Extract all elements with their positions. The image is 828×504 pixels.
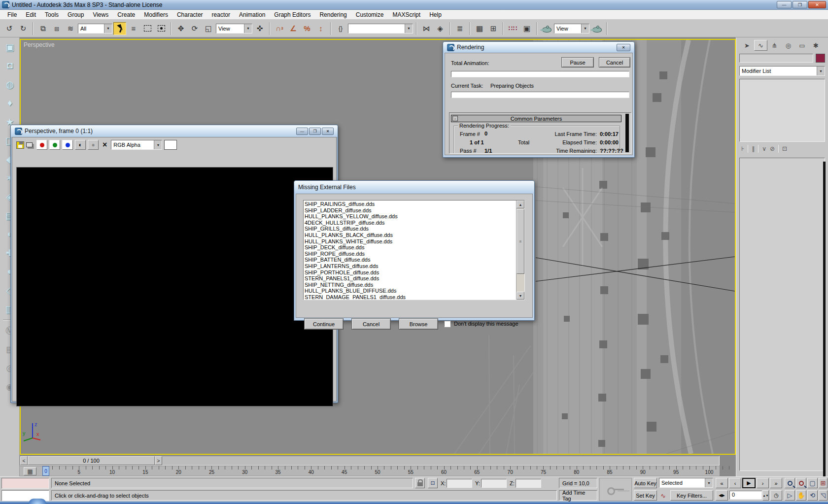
- modifier-list-combo[interactable]: Modifier List ▼: [739, 66, 825, 76]
- blue-channel-button[interactable]: [62, 140, 73, 150]
- object-name-field[interactable]: [739, 54, 813, 63]
- angle-snap-icon[interactable]: ∠: [287, 22, 300, 35]
- add-time-tag-field[interactable]: Add Time Tag: [559, 490, 597, 501]
- arc-rotate-button[interactable]: ⟲: [807, 490, 818, 501]
- align-icon[interactable]: ◈: [434, 22, 447, 35]
- render-last-icon[interactable]: [590, 22, 603, 35]
- select-and-move-icon[interactable]: ✥: [174, 22, 187, 35]
- key-mode-combo[interactable]: Selected ▼: [659, 478, 713, 488]
- key-mode-toggle[interactable]: ◀▶: [716, 490, 728, 501]
- y-coordinate-field[interactable]: [481, 479, 507, 488]
- select-and-scale-icon[interactable]: ◱: [202, 22, 215, 35]
- file-list-item[interactable]: HULL_PLANKS_BLACK_diffuse.dds: [305, 232, 516, 238]
- menu-item[interactable]: Tools: [40, 10, 63, 19]
- curve-editor-icon[interactable]: ▦: [473, 22, 486, 35]
- menu-item[interactable]: Customize: [351, 10, 388, 19]
- list-scrollbar[interactable]: ▲ ≡ ▼: [516, 201, 524, 300]
- auto-key-button[interactable]: Auto Key: [634, 478, 657, 488]
- previous-frame-arrow[interactable]: <: [20, 456, 28, 465]
- maximize-viewport-button[interactable]: ◹: [819, 490, 828, 501]
- mirror-icon[interactable]: ⋈: [420, 22, 433, 35]
- file-list-item[interactable]: SHIP_LADDER_diffuse.dds: [305, 207, 516, 214]
- chevron-down-icon[interactable]: ▼: [405, 24, 413, 33]
- green-channel-button[interactable]: [49, 140, 60, 150]
- zoom-button[interactable]: [785, 478, 795, 488]
- spinner-snap-icon[interactable]: ↕: [314, 22, 327, 35]
- selection-filter-combo[interactable]: All ▼: [78, 24, 112, 34]
- percent-snap-icon[interactable]: %: [301, 22, 313, 35]
- tab-motion-icon[interactable]: ◎: [782, 40, 795, 51]
- restore-button[interactable]: ❐: [793, 1, 807, 8]
- previous-frame-button[interactable]: ‹: [729, 478, 741, 488]
- save-bitmap-icon[interactable]: [16, 141, 24, 149]
- unlink-selection-icon[interactable]: ⧈: [50, 22, 63, 35]
- common-parameters-rollout[interactable]: - Common Parameters: [451, 115, 621, 122]
- zoom-extents-button[interactable]: ▢: [807, 478, 818, 488]
- dont-display-checkbox[interactable]: [444, 321, 450, 327]
- current-frame-field[interactable]: 0: [729, 491, 762, 500]
- bind-to-spacewarp-icon[interactable]: ≋: [64, 22, 77, 35]
- go-to-start-button[interactable]: «: [716, 478, 728, 488]
- show-end-result-icon[interactable]: ∥: [752, 145, 755, 152]
- schematic-view-icon[interactable]: ⊞: [487, 22, 500, 35]
- scroll-thumb[interactable]: ≡: [517, 209, 524, 274]
- next-frame-arrow[interactable]: >: [155, 456, 162, 465]
- file-list-item[interactable]: SHIP_NETTING_diffuse.dds: [305, 282, 516, 288]
- menu-item[interactable]: Character: [172, 10, 207, 19]
- file-list-item[interactable]: 4DECK_HULLSTRIP_diffuse.dds: [305, 220, 516, 226]
- track-bar[interactable]: ▦ 05101520253035404550556065707580859095…: [20, 466, 720, 476]
- menu-item[interactable]: MAXScript: [388, 10, 425, 19]
- alpha-channel-button[interactable]: ●: [88, 140, 99, 150]
- collapse-icon[interactable]: -: [452, 116, 458, 121]
- modifier-stack-list[interactable]: [739, 79, 825, 142]
- named-selection-combo[interactable]: ▼: [348, 24, 413, 34]
- menu-item[interactable]: reactor: [207, 10, 235, 19]
- time-slider-thumb[interactable]: 0 / 100: [28, 456, 155, 465]
- zoom-extents-all-button[interactable]: ⊞: [819, 478, 828, 488]
- browse-button[interactable]: Browse: [399, 318, 438, 330]
- scroll-down-icon[interactable]: ▼: [517, 292, 524, 300]
- tab-hierarchy-icon[interactable]: ⋔: [768, 40, 781, 51]
- selection-lock-button[interactable]: [415, 478, 425, 488]
- pan-button[interactable]: ✋: [796, 490, 806, 501]
- panel-scrollbar[interactable]: [823, 162, 826, 504]
- absolute-offset-toggle[interactable]: ⊡: [428, 478, 438, 488]
- tab-display-icon[interactable]: ▭: [795, 40, 809, 51]
- chevron-down-icon[interactable]: ▼: [581, 24, 589, 33]
- file-list-item[interactable]: SHIP_ROPE_diffuse.dds: [305, 251, 516, 257]
- select-by-name-icon[interactable]: ≡: [127, 22, 140, 35]
- window-crossing-icon[interactable]: [155, 22, 168, 35]
- mini-curve-editor-icon[interactable]: ▦: [24, 467, 36, 475]
- tab-toolbar-icon[interactable]: ▣: [0, 37, 20, 56]
- tab-toolbar-icon[interactable]: ♦: [0, 94, 20, 112]
- red-channel-button[interactable]: [36, 140, 47, 150]
- channel-display-combo[interactable]: RGB Alpha ▼: [111, 140, 162, 150]
- file-list-item[interactable]: HULL_PLANKS_YELLOW_diffuse.dds: [305, 213, 516, 220]
- restore-button[interactable]: ❐: [309, 128, 321, 135]
- cancel-button[interactable]: Cancel: [351, 318, 391, 330]
- object-color-swatch[interactable]: [816, 54, 825, 63]
- menu-item[interactable]: Modifiers: [139, 10, 172, 19]
- time-configuration-button[interactable]: ◷: [770, 490, 782, 501]
- file-list-item[interactable]: STERN_DAMAGE_PANELS1_diffuse.dds: [305, 294, 516, 300]
- render-type-combo[interactable]: View ▼: [554, 24, 589, 34]
- tab-toolbar-icon[interactable]: ◘: [0, 56, 20, 75]
- tab-create-icon[interactable]: ➤: [740, 40, 754, 51]
- file-list-item[interactable]: SHIP_GRILLS_diffuse.dds: [305, 226, 516, 232]
- dialog-scrollbar[interactable]: [625, 114, 629, 152]
- play-button[interactable]: ▶: [742, 478, 756, 488]
- close-button[interactable]: ✕: [322, 128, 334, 135]
- missing-files-listbox[interactable]: SHIP_RAILINGS_diffuse.ddsSHIP_LADDER_dif…: [303, 200, 525, 300]
- tab-modify-icon[interactable]: ∿: [754, 40, 767, 51]
- file-list-item[interactable]: HULL_PLANKS_BLUE_DIFFUSE.dds: [305, 288, 516, 294]
- menu-item[interactable]: File: [3, 10, 21, 19]
- close-button[interactable]: ✕: [617, 44, 630, 51]
- render-scene-icon[interactable]: ▣: [520, 22, 533, 35]
- time-slider[interactable]: < 0 / 100 >: [20, 456, 720, 466]
- pin-stack-icon[interactable]: ⊦: [741, 145, 744, 152]
- scroll-up-icon[interactable]: ▲: [517, 201, 524, 208]
- maxscript-mini-listener-pink[interactable]: [1, 478, 49, 489]
- menu-item[interactable]: Group: [63, 10, 88, 19]
- tab-toolbar-icon[interactable]: ◍: [0, 75, 20, 94]
- select-object-button[interactable]: [113, 22, 126, 35]
